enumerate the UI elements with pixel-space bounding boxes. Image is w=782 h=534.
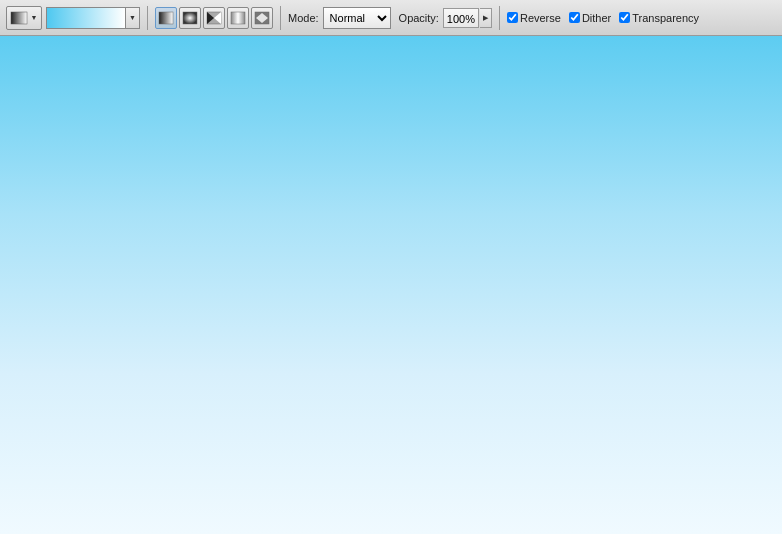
opacity-label: Opacity:	[399, 12, 439, 24]
opacity-value: 100%	[443, 8, 479, 28]
gradient-preview-dropdown[interactable]: ▼	[126, 7, 140, 29]
transparency-checkbox-group: Transparency	[619, 12, 699, 24]
gradient-style-group	[155, 7, 273, 29]
gradient-tool-dropdown-arrow[interactable]: ▼	[29, 8, 39, 28]
angle-gradient-btn[interactable]	[203, 7, 225, 29]
radial-gradient-btn[interactable]	[179, 7, 201, 29]
linear-gradient-btn[interactable]	[155, 7, 177, 29]
gradient-tool-icon	[9, 8, 29, 28]
opacity-control: 100% ▶	[443, 8, 492, 28]
dither-label[interactable]: Dither	[582, 12, 611, 24]
reverse-checkbox-group: Reverse	[507, 12, 561, 24]
separator-1	[147, 6, 148, 30]
reverse-label[interactable]: Reverse	[520, 12, 561, 24]
dither-checkbox[interactable]	[569, 12, 580, 23]
gradient-preview[interactable]	[46, 7, 126, 29]
svg-rect-1	[159, 12, 173, 24]
transparency-label[interactable]: Transparency	[632, 12, 699, 24]
opacity-increment-btn[interactable]: ▶	[480, 8, 492, 28]
svg-rect-6	[231, 12, 245, 24]
transparency-checkbox[interactable]	[619, 12, 630, 23]
svg-rect-2	[183, 12, 197, 24]
diamond-gradient-btn[interactable]	[251, 7, 273, 29]
separator-3	[499, 6, 500, 30]
separator-2	[280, 6, 281, 30]
canvas-area	[0, 0, 782, 534]
reflected-gradient-btn[interactable]	[227, 7, 249, 29]
mode-label: Mode:	[288, 12, 319, 24]
gradient-preview-group[interactable]: ▼	[46, 7, 140, 29]
dither-checkbox-group: Dither	[569, 12, 611, 24]
mode-select[interactable]: Normal Dissolve Multiply Screen Overlay	[323, 7, 391, 29]
svg-rect-0	[11, 12, 27, 24]
gradient-tool-button[interactable]: ▼	[6, 6, 42, 30]
toolbar: ▼ ▼	[0, 0, 782, 36]
reverse-checkbox[interactable]	[507, 12, 518, 23]
